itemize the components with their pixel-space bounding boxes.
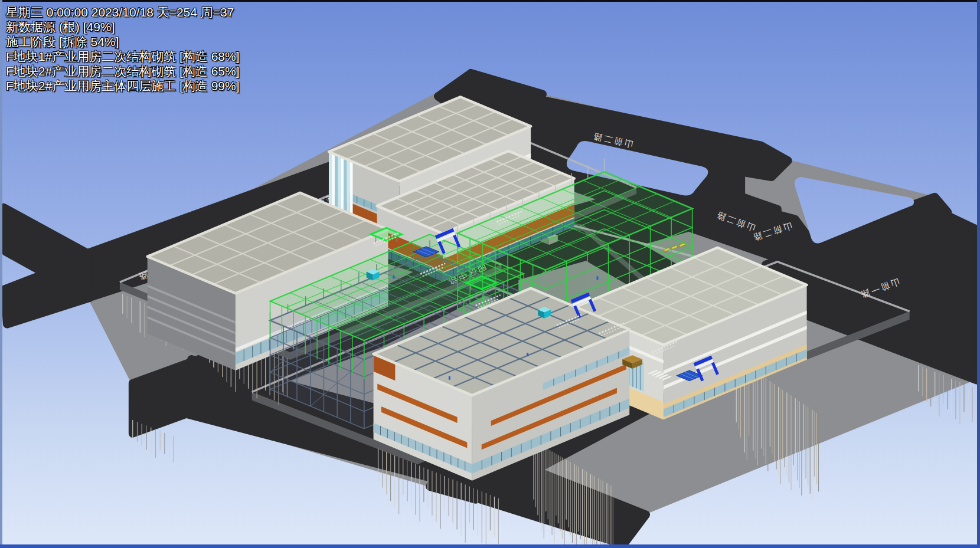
window-border-right [977,0,980,548]
worker [527,353,528,356]
sim-datetime: 星期三 0:00:00 2023/10/18 天=254 周=37 [6,5,240,19]
task-f1-secondary-structure: F地块1#产业用房二次结构砌筑 [构造 68%] [6,49,240,64]
worker [393,275,394,278]
phase-demolition-progress: 施工阶段 [拆除 54%] [6,34,240,49]
window-border-bottom [0,544,980,548]
window-border-top [0,0,980,2]
simulation-hud: 星期三 0:00:00 2023/10/18 天=254 周=37 新数据源 (… [6,5,240,93]
worker [449,376,450,380]
window-border-left [0,0,2,548]
data-source-progress: 新数据源 (根) [49%] [6,19,240,34]
task-f2-secondary-structure: F地块2#产业用房二次结构砌筑 [构造 65%] [6,64,240,78]
worker [597,276,599,280]
task-f2-main-floor4: F地块2#产业用房主体四层施工 [构造 99%] [6,78,240,93]
